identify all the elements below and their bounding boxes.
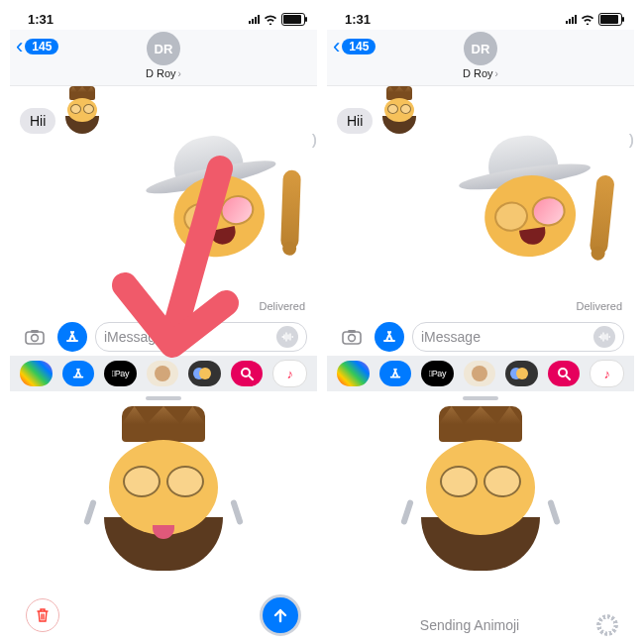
svg-rect-2: [31, 330, 39, 333]
app-strip[interactable]: Pay ♪: [10, 356, 317, 391]
sending-label: Sending Animoji: [420, 617, 519, 633]
delivered-label: Delivered: [260, 300, 305, 312]
store-app-button[interactable]: [379, 361, 412, 386]
next-memoji-peek[interactable]: [289, 456, 317, 549]
camera-button[interactable]: [20, 322, 50, 352]
nav-header: ‹ 145 DR D Roy ›: [10, 30, 317, 86]
chat-area: Hii )) Delivered: [10, 86, 317, 318]
memoji-icon: [199, 368, 211, 379]
memoji-preview[interactable]: [84, 406, 243, 539]
photos-app-button[interactable]: [20, 361, 53, 386]
contact-name: D Roy ›: [463, 67, 498, 79]
chat-area: Hii )) Delivered: [327, 86, 634, 318]
unread-badge: 145: [342, 39, 376, 54]
signal-icon: [566, 14, 577, 24]
incoming-message[interactable]: Hii: [20, 108, 55, 134]
memoji-drawer: [10, 396, 317, 638]
drawer-actions: Sending Animoji: [327, 614, 634, 636]
outgoing-memoji-sticker[interactable]: [130, 122, 308, 308]
battery-icon: [598, 13, 622, 26]
incoming-message[interactable]: Hii: [337, 108, 373, 134]
message-input[interactable]: iMessage: [95, 322, 307, 352]
memoji-app-button[interactable]: [188, 361, 221, 386]
wifi-icon: [264, 14, 277, 25]
app-store-icon: [388, 367, 402, 380]
avatar: DR: [147, 32, 180, 65]
app-store-button[interactable]: [57, 322, 87, 352]
waveform-icon: [281, 332, 293, 342]
svg-rect-0: [26, 332, 44, 344]
input-row: iMessage: [10, 318, 317, 356]
memoji-preview[interactable]: [401, 406, 560, 571]
next-memoji-peek[interactable]: [606, 456, 634, 549]
outgoing-memoji-sticker[interactable]: [446, 126, 615, 303]
memoji-icon: [516, 368, 528, 379]
svg-point-1: [32, 335, 39, 342]
back-button[interactable]: ‹ 145: [333, 36, 376, 57]
app-strip[interactable]: Pay ♪: [327, 356, 634, 391]
svg-point-5: [349, 335, 356, 342]
camera-button[interactable]: [337, 322, 367, 352]
prev-memoji-peek[interactable]: [327, 456, 355, 549]
photos-app-button[interactable]: [337, 361, 370, 386]
apple-pay-app-button[interactable]: Pay: [104, 361, 137, 386]
magnifier-icon: [240, 367, 254, 380]
incoming-memoji-sticker: [376, 86, 422, 140]
store-app-button[interactable]: [62, 361, 95, 386]
unread-badge: 145: [25, 39, 58, 54]
app-store-icon: [64, 329, 80, 345]
magnifier-icon: [557, 367, 571, 380]
avatar: DR: [464, 32, 497, 65]
delete-button[interactable]: [26, 598, 59, 632]
message-input[interactable]: iMessage: [412, 322, 624, 352]
app-store-icon: [71, 367, 85, 380]
chevron-left-icon: ‹: [16, 36, 23, 57]
music-app-button[interactable]: ♪: [272, 360, 307, 387]
voice-message-button[interactable]: [593, 326, 615, 348]
animoji-app-button[interactable]: [147, 361, 179, 386]
back-button[interactable]: ‹ 145: [16, 36, 58, 57]
status-bar: 1:31: [327, 6, 634, 30]
monkey-icon: [155, 366, 170, 381]
app-store-icon: [381, 329, 397, 345]
message-placeholder: iMessage: [421, 329, 481, 345]
signal-icon: [249, 14, 260, 24]
status-bar: 1:31: [10, 6, 317, 30]
incoming-memoji-sticker: [59, 86, 105, 140]
apple-pay-app-button[interactable]: Pay: [421, 361, 454, 386]
chevron-right-icon: ›: [495, 68, 498, 79]
delivered-label: Delivered: [577, 300, 622, 312]
trash-icon: [36, 607, 50, 623]
nav-header: ‹ 145 DR D Roy ›: [327, 30, 634, 86]
drawer-grabber[interactable]: [146, 396, 181, 400]
monkey-icon: [472, 366, 487, 381]
app-store-button[interactable]: [375, 322, 404, 352]
music-app-button[interactable]: ♪: [590, 360, 624, 387]
drawer-grabber[interactable]: [463, 396, 498, 400]
memoji-drawer: Sending Animoji: [327, 396, 634, 638]
camera-icon: [342, 329, 362, 345]
waveform-icon: [598, 332, 610, 342]
voice-message-button[interactable]: [276, 326, 298, 348]
sound-icon: )): [629, 132, 630, 148]
sound-icon: )): [312, 132, 313, 148]
battery-icon: [281, 13, 305, 26]
send-button[interactable]: [260, 594, 301, 636]
images-search-app-button[interactable]: [231, 361, 264, 386]
wifi-icon: [581, 14, 594, 25]
prev-memoji-peek[interactable]: [10, 456, 38, 549]
contact-header[interactable]: DR D Roy ›: [463, 32, 498, 79]
status-right: [249, 13, 305, 26]
two-screenshots: 1:31 ‹ 145 DR D Roy ›: [0, 0, 644, 644]
status-time: 1:31: [345, 12, 371, 27]
memoji-app-button[interactable]: [505, 361, 538, 386]
images-search-app-button[interactable]: [548, 361, 581, 386]
status-time: 1:31: [28, 12, 54, 27]
chevron-left-icon: ‹: [333, 36, 340, 57]
contact-header[interactable]: DR D Roy ›: [146, 32, 181, 79]
input-row: iMessage: [327, 318, 634, 356]
loading-spinner-icon: [596, 614, 618, 636]
animoji-app-button[interactable]: [464, 361, 496, 386]
message-placeholder: iMessage: [104, 329, 163, 345]
drawer-actions: [10, 594, 317, 636]
